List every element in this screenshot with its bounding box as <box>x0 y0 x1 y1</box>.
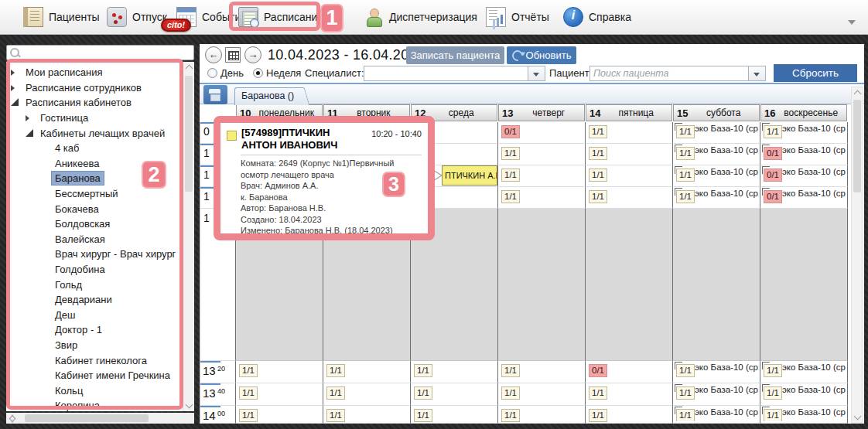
specialist-combobox[interactable] <box>364 66 545 81</box>
print-button[interactable] <box>203 85 227 104</box>
tree-item[interactable]: Расписания кабинетов <box>6 95 183 111</box>
slot-cell[interactable]: 1/1 <box>323 361 411 383</box>
reset-filter-button[interactable]: Сбросить фильтр <box>774 64 857 82</box>
tree-item[interactable]: Кабинет имени Гречкина <box>6 368 183 383</box>
tree-item[interactable]: Кабинеты лечащих врачей <box>6 125 183 141</box>
book-patient-button[interactable]: Записать пациента <box>406 46 504 64</box>
slot-cell[interactable]: 1/1 <box>411 406 498 424</box>
eco-appointment[interactable]: 1/1эко База-10 (ср <box>675 407 760 421</box>
eco-appointment[interactable]: 1/1эко База-10 (ср <box>762 123 847 141</box>
eco-appointment[interactable]: 1/1эко База-10 (ср <box>675 362 760 381</box>
scroll-down-icon[interactable] <box>854 413 862 420</box>
eco-appointment[interactable]: 0/1эко База-10 (ср <box>762 166 847 185</box>
slot-cell[interactable]: 0/1эко База-10 (ср <box>760 165 848 187</box>
slot-cell[interactable]: 0/1 <box>586 361 673 383</box>
slot-cell[interactable]: 1/1 <box>498 187 586 209</box>
slot-cell[interactable]: 1/1 <box>411 383 498 406</box>
tree-item[interactable]: Девдариани <box>6 292 183 308</box>
tree-item[interactable]: Болдовская <box>6 216 183 232</box>
patient-combobox[interactable] <box>589 66 766 81</box>
tree-item[interactable]: Кабинет гинеколога <box>6 352 183 368</box>
slot-cell[interactable]: 1/1 <box>323 383 411 406</box>
tree-horizontal-scrollbar[interactable] <box>6 413 194 424</box>
slot-cell[interactable]: 1/1эко База-10 (ср <box>760 361 848 383</box>
slot-cell[interactable]: 1/1эко База-10 (ср <box>673 383 760 406</box>
tree-item[interactable]: 4 каб <box>6 141 183 156</box>
slot-cell[interactable]: 1/1эко База-10 (ср <box>760 122 848 144</box>
tree-item[interactable]: Мои расписания <box>6 65 183 80</box>
slot-cell[interactable]: 1/1 <box>586 383 673 406</box>
toolbar-item-vacation-pills[interactable]: Отпуск <box>107 5 167 29</box>
scrollbar-thumb[interactable] <box>25 414 149 422</box>
slot-cell[interactable]: 1/1 <box>236 383 323 406</box>
slot-cell[interactable]: 1/1эко База-10 (ср <box>673 187 760 209</box>
eco-appointment[interactable]: 1/1эко База-10 (ср <box>675 166 760 185</box>
tree-item[interactable]: Голдобина <box>6 262 183 277</box>
scrollbar-thumb[interactable] <box>853 100 861 192</box>
tree-item[interactable]: Гольд <box>6 277 183 292</box>
eco-appointment[interactable]: 1/1эко База-10 (ср <box>762 362 847 381</box>
refresh-button[interactable]: Обновить <box>507 46 576 64</box>
toolbar-overflow-chevron-icon[interactable] <box>848 20 856 25</box>
slot-cell[interactable]: 1/1 <box>411 361 498 383</box>
patient-search-input[interactable] <box>590 66 748 80</box>
slot-cell[interactable]: 1/1 <box>498 165 586 187</box>
tree-collapsed-icon[interactable] <box>11 82 22 94</box>
slot-cell[interactable]: 1/1 <box>498 383 586 406</box>
tree-item[interactable]: Валейская <box>6 232 183 247</box>
slot-cell[interactable]: 1/1 <box>236 406 323 424</box>
eco-appointment[interactable]: 0/1эко База-10 (ср <box>762 145 847 163</box>
eco-appointment[interactable]: 1/1эко База-10 (ср <box>675 384 760 403</box>
tree-item[interactable]: Гостиница <box>6 111 183 126</box>
scroll-up-icon[interactable] <box>854 90 862 98</box>
grid-vertical-scrollbar[interactable] <box>851 87 863 424</box>
date-picker-button[interactable] <box>225 47 241 63</box>
tree-item[interactable]: Доктор - 1 <box>6 322 183 338</box>
slot-cell[interactable]: 1/1 <box>236 361 323 383</box>
specialist-input[interactable] <box>364 66 528 80</box>
slot-cell[interactable]: 1/1 <box>586 187 673 209</box>
day-view-radio[interactable] <box>207 68 217 78</box>
slot-cell[interactable]: 1/1эко База-10 (ср <box>673 144 760 165</box>
slot-cell[interactable]: 1/1эко База-10 (ср <box>760 406 848 424</box>
tree-expanded-icon[interactable] <box>11 97 22 108</box>
tree-item[interactable]: Кольц <box>6 383 183 398</box>
tree-item[interactable]: Врач хирург - Врач хирург <box>6 247 183 262</box>
toolbar-item-schedules-clipboard[interactable]: Расписания <box>238 5 323 29</box>
tab-baranova[interactable]: Баранова () <box>234 87 302 105</box>
eco-appointment[interactable]: 0/1эко База-10 (ср <box>762 188 847 206</box>
toolbar-item-patients-journal[interactable]: Пациенты <box>23 5 100 29</box>
tree-item[interactable]: Деш <box>6 308 183 323</box>
tree-item[interactable]: Корепина <box>6 398 183 411</box>
appointment-block[interactable]: ПТИЧКИН А.И <box>442 165 497 186</box>
toolbar-item-dispatch-person[interactable]: Диспетчеризация <box>364 5 477 29</box>
slot-cell[interactable]: 1/1 <box>586 406 673 424</box>
toolbar-item-events-calendar[interactable]: cito!События <box>176 5 247 29</box>
chevron-down-icon[interactable] <box>748 66 765 80</box>
tree-item[interactable]: Звир <box>6 338 183 353</box>
scroll-down-icon[interactable] <box>186 401 193 409</box>
eco-appointment[interactable]: 1/1эко База-10 (ср <box>675 188 760 206</box>
tree-expanded-icon[interactable] <box>26 128 37 139</box>
slot-cell[interactable]: 1/1 <box>498 144 586 165</box>
slot-cell[interactable]: 1/1 <box>586 165 673 187</box>
scrollbar-thumb[interactable] <box>185 76 193 192</box>
tree-collapsed-icon[interactable] <box>11 66 22 78</box>
chevron-down-icon[interactable] <box>528 66 545 80</box>
next-week-button[interactable]: → <box>244 46 261 63</box>
sidebar-search-input[interactable] <box>19 46 193 60</box>
sidebar-search[interactable] <box>6 45 194 60</box>
toolbar-item-reports-chart[interactable]: Отчёты <box>486 5 549 29</box>
prev-week-button[interactable]: ← <box>205 46 222 63</box>
tree-item[interactable]: Бокачева <box>6 201 183 216</box>
slot-cell[interactable]: 1/1 <box>498 406 586 424</box>
slot-cell[interactable]: 1/1 <box>323 406 411 424</box>
tree-collapsed-icon[interactable] <box>26 112 37 124</box>
slot-cell[interactable]: 1/1эко База-10 (ср <box>673 122 760 144</box>
slot-cell[interactable]: 1/1эко База-10 (ср <box>673 165 760 187</box>
toolbar-item-help-info[interactable]: Справка <box>563 5 631 29</box>
slot-cell[interactable]: 1/1 <box>498 361 586 383</box>
eco-appointment[interactable]: 1/1эко База-10 (ср <box>762 384 847 403</box>
tree-vertical-scrollbar[interactable] <box>183 62 194 411</box>
slot-cell[interactable]: 1/1 <box>586 144 673 165</box>
